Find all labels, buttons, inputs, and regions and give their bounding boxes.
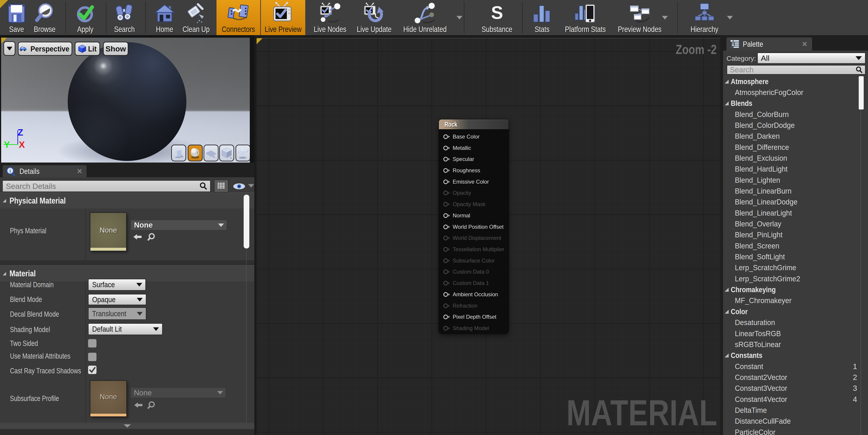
svg-text:i: i — [9, 168, 11, 174]
svg-text:S: S — [491, 2, 503, 23]
